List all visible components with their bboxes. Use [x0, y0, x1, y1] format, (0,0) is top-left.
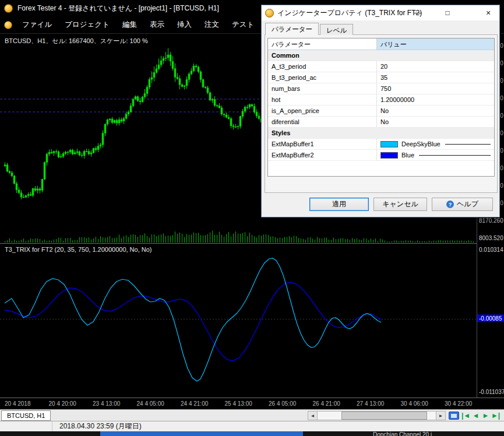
time-label: 23 4 13:00	[93, 400, 120, 407]
param-value-cell[interactable]: No	[377, 117, 494, 127]
time-label: 24 4 21:00	[181, 400, 208, 407]
table-header-row: パラメーター バリュー	[268, 38, 494, 50]
help-icon: ?	[446, 201, 454, 208]
status-date: 2018.04.30 23:59 (月曜日)	[52, 421, 142, 431]
indicator-title-label: T3_TRIX for FT2 (20, 35, 750, 1.20000000…	[5, 246, 152, 253]
param-row-ExtMapBuffer1[interactable]: ExtMapBuffer1DeepSkyBlue	[268, 139, 494, 150]
param-value-cell[interactable]: No	[377, 106, 494, 116]
chart-info-label: BTCUSD、H1、セル: 1667400、スケール: 100 %	[5, 37, 148, 45]
background-window-strip: Donchian Channel 20 i	[0, 431, 504, 436]
indicator-scale-label: 0.010314	[479, 247, 503, 253]
time-label: 20 4 2018	[5, 400, 31, 407]
tab-parameters[interactable]: パラメーター	[265, 23, 319, 35]
skip-to-end-icon[interactable]: ►|	[491, 411, 501, 420]
line-style-preview	[445, 144, 491, 145]
menu-item-file[interactable]: ファイル	[16, 17, 58, 33]
time-label: 26 4 05:00	[269, 400, 296, 407]
param-name-cell: is_A_open_price	[268, 106, 377, 116]
time-label: 25 4 13:00	[225, 400, 252, 407]
dialog-icon	[265, 9, 274, 17]
minimize-button[interactable]: —	[412, 8, 424, 17]
cancel-button-label: キャンセル	[382, 199, 418, 209]
background-window-text: Donchian Channel 20 i	[373, 431, 432, 436]
status-cell	[0, 421, 52, 431]
time-label: 30 4 22:00	[445, 400, 472, 407]
color-name: DeepSkyBlue	[401, 140, 440, 147]
color-swatch[interactable]	[380, 152, 398, 159]
maximize-button[interactable]: □	[442, 8, 453, 17]
help-button[interactable]: ? ヘルプ	[432, 198, 493, 211]
step-back-icon[interactable]: ◄	[471, 411, 481, 420]
menu-item-edit[interactable]: 編集	[116, 17, 143, 33]
app-icon	[4, 4, 13, 13]
step-forward-icon[interactable]: ►	[481, 411, 491, 420]
param-name-cell: ExtMapBuffer2	[268, 150, 377, 160]
price-label: 8170.260	[479, 217, 503, 224]
chart-window-icon[interactable]	[4, 21, 12, 29]
param-name-cell: A_t3_period	[268, 61, 377, 72]
status-bar: 2018.04.30 23:59 (月曜日)	[0, 421, 504, 431]
chart-tab-btcusd-h1[interactable]: BTCUSD, H1	[1, 410, 51, 421]
cancel-button[interactable]: キャンセル	[373, 198, 427, 211]
color-swatch[interactable]	[380, 141, 398, 147]
dialog-title-bar[interactable]: インジケータープロパティ (T3_TRIX for FT2)	[262, 5, 499, 20]
param-row-diferential[interactable]: diferentialNo	[268, 117, 494, 128]
selected-row-highlight	[100, 431, 303, 436]
section-row-Common[interactable]: Common	[268, 50, 494, 61]
time-label: 27 4 13:00	[357, 400, 384, 407]
menu-items: ファイルプロジェクト編集表示挿入注文テストツール	[16, 17, 295, 33]
time-axis[interactable]: 20 4 201820 4 20:0023 4 13:0024 4 05:002…	[0, 398, 504, 409]
trix-fast-line	[5, 258, 381, 381]
volume-bars	[5, 231, 474, 242]
menu-item-order[interactable]: 注文	[198, 17, 225, 33]
param-name-cell: B_t3_period_ac	[268, 72, 377, 83]
param-row-B_t3_period_ac[interactable]: B_t3_period_ac35	[268, 72, 494, 83]
forex-tester-window: Forex Tester 4 - 登録されていません - [project1] …	[0, 0, 504, 436]
param-value-cell[interactable]: 35	[377, 72, 494, 83]
param-value-cell[interactable]: 750	[377, 83, 494, 94]
dialog-title: インジケータープロパティ (T3_TRIX for FT2)	[277, 8, 422, 18]
playback-controls: |◄ ◄ ► ►|	[461, 411, 501, 420]
time-label: 24 4 05:00	[137, 400, 164, 407]
time-label: 30 4 06:00	[401, 400, 428, 407]
close-button[interactable]: ×	[482, 8, 494, 17]
param-value-cell[interactable]: 20	[377, 61, 494, 72]
param-name-cell: diferential	[268, 117, 377, 127]
menu-item-project[interactable]: プロジェクト	[58, 17, 116, 33]
param-name-cell: hot	[268, 94, 377, 105]
horizontal-scrollbar[interactable]: ◄ ►	[308, 411, 446, 420]
line-style-preview	[419, 155, 491, 156]
param-name-cell: num_bars	[268, 83, 377, 94]
indicator-current-value: -0.00085	[477, 315, 504, 322]
window-title: Forex Tester 4 - 登録されていません - [project1] …	[17, 3, 219, 13]
dialog-tabs: パラメーター レベル	[265, 23, 354, 35]
section-row-Styles[interactable]: Styles	[268, 128, 494, 139]
param-name-cell: Styles	[268, 128, 494, 138]
menu-item-insert[interactable]: 挿入	[171, 17, 198, 33]
param-row-hot[interactable]: hot1.20000000	[268, 94, 494, 106]
bottom-bar: BTCUSD, H1 ◄ ► |◄ ◄ ► ►|	[0, 409, 504, 421]
time-label: 26 4 21:00	[313, 400, 340, 407]
param-row-num_bars[interactable]: num_bars750	[268, 83, 494, 94]
param-row-ExtMapBuffer2[interactable]: ExtMapBuffer2Blue	[268, 150, 494, 161]
param-row-is_A_open_price[interactable]: is_A_open_priceNo	[268, 106, 494, 117]
param-name-cell: ExtMapBuffer1	[268, 139, 377, 149]
param-value-cell[interactable]: DeepSkyBlue	[377, 139, 494, 149]
help-button-label: ヘルプ	[457, 199, 478, 209]
param-value-cell[interactable]: Blue	[377, 150, 494, 160]
apply-button[interactable]: 適用	[309, 198, 369, 211]
header-value: バリュー	[377, 38, 494, 50]
skip-to-start-icon[interactable]: |◄	[461, 411, 471, 420]
indicator-properties-dialog: インジケータープロパティ (T3_TRIX for FT2) — □ × パラメ…	[261, 5, 500, 217]
param-row-A_t3_period[interactable]: A_t3_period20	[268, 61, 494, 72]
scrollbar-thumb[interactable]	[341, 412, 427, 420]
scroll-left-button[interactable]: ◄	[308, 412, 318, 420]
tab-levels[interactable]: レベル	[320, 24, 353, 35]
menu-item-view[interactable]: 表示	[143, 17, 171, 33]
scroll-right-button[interactable]: ►	[436, 412, 445, 420]
color-name: Blue	[401, 152, 414, 159]
menu-item-test[interactable]: テスト	[225, 17, 260, 33]
param-value-cell[interactable]: 1.20000000	[377, 94, 494, 105]
param-name-cell: Common	[268, 50, 494, 61]
monitor-icon[interactable]	[449, 412, 459, 420]
